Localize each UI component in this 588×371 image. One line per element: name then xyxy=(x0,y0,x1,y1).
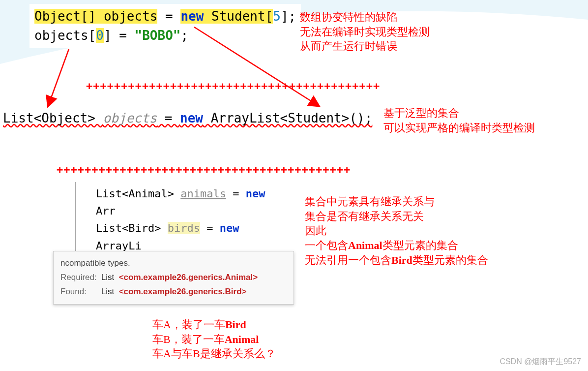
tooltip-label: Required: xyxy=(60,271,99,285)
note-line: 可以实现严格的编译时类型检测 xyxy=(383,121,535,135)
number-literal: 5 xyxy=(273,9,281,24)
variable-name: animals xyxy=(180,187,226,200)
note-line: 数组协变特性的缺陷 xyxy=(300,10,430,25)
tooltip-package: <com.example26.generics.Animal> xyxy=(119,273,258,282)
code-text: ] = xyxy=(104,28,135,43)
code-text: Object[] xyxy=(34,9,104,24)
code-text: ArrayList<Student>(); xyxy=(203,111,372,125)
code-line: Object[] objects = new Student[5]; xyxy=(34,7,296,26)
note-line: 集合是否有继承关系无关 xyxy=(305,209,488,224)
note-line: 因此 xyxy=(305,223,488,238)
code-text: List<Object> xyxy=(3,111,103,125)
rhetorical-question: 车A，装了一车Bird 车B，装了一车Animal 车A与车B是继承关系么？ xyxy=(152,317,276,361)
string-literal: "BOBO" xyxy=(135,28,181,43)
code-text: ]; xyxy=(281,9,296,24)
question-line: 车A，装了一车Bird xyxy=(152,317,276,332)
note-line: 无法引用一个包含Bird类型元素的集合 xyxy=(305,253,488,268)
code-text: [ xyxy=(88,28,96,43)
code-text: = xyxy=(157,111,180,125)
code-text: List<Bird> xyxy=(96,222,168,234)
question-line: 车B，装了一车Animal xyxy=(152,332,276,347)
code-line: List<Animal> animals = new Arr xyxy=(96,185,289,219)
note-line: 集合中元素具有继承关系与 xyxy=(305,194,488,209)
svg-line-0 xyxy=(48,49,69,106)
tooltip-type: List xyxy=(101,287,114,296)
code-text: Student[ xyxy=(204,9,273,24)
tooltip-label: Found: xyxy=(60,285,99,299)
divider: ++++++++++++++++++++++++++++++++++++++++… xyxy=(57,163,351,176)
code-text: List<Animal> xyxy=(96,187,180,200)
annotation-inheritance: 集合中元素具有继承关系与 集合是否有继承关系无关 因此 一个包含Animal类型… xyxy=(305,194,488,267)
tooltip-required-row: Required: List <com.example26.generics.A… xyxy=(60,271,287,285)
watermark: CSDN @烟雨平生9527 xyxy=(500,357,581,367)
tooltip-title: ncompatible types. xyxy=(60,256,287,271)
tooltip-found-row: Found: List <com.example26.generics.Bird… xyxy=(60,285,287,299)
keyword-new: new xyxy=(246,187,265,200)
keyword-new: new xyxy=(180,111,203,125)
code-block-array-covariance: Object[] objects = new Student[5]; objec… xyxy=(29,4,301,48)
code-block-generic-list: List<Object> objects = new ArrayList<Stu… xyxy=(3,111,372,125)
code-line: List<Bird> birds = new ArrayLi xyxy=(96,219,289,254)
note-line: 基于泛型的集合 xyxy=(383,106,535,121)
annotation-generic-benefit: 基于泛型的集合 可以实现严格的编译时类型检测 xyxy=(383,106,535,135)
code-line: objects[0] = "BOBO"; xyxy=(34,26,296,45)
divider: ++++++++++++++++++++++++++++++++++++++++… xyxy=(86,80,380,92)
note-line: 从而产生运行时错误 xyxy=(300,39,430,54)
variable-name: birds xyxy=(168,222,200,234)
question-line: 车A与车B是继承关系么？ xyxy=(152,346,276,361)
tooltip-type: List xyxy=(101,273,114,282)
variable-name: objects xyxy=(104,9,158,24)
annotation-array-flaw: 数组协变特性的缺陷 无法在编译时实现类型检测 从而产生运行时错误 xyxy=(300,10,430,54)
keyword-new: new xyxy=(180,9,204,24)
code-text: ArrayLi xyxy=(96,240,142,252)
note-line: 无法在编译时实现类型检测 xyxy=(300,25,430,39)
variable-name: objects xyxy=(103,111,157,125)
keyword-new: new xyxy=(220,222,239,234)
number-literal: 0 xyxy=(96,28,104,43)
code-text: = xyxy=(226,187,246,200)
code-text: = xyxy=(157,9,180,24)
code-text: ; xyxy=(180,28,188,43)
code-text: = xyxy=(200,222,220,234)
tooltip-package: <com.example26.generics.Bird> xyxy=(119,287,247,296)
note-line: 一个包含Animal类型元素的集合 xyxy=(305,238,488,253)
error-tooltip: ncompatible types. Required: List <com.e… xyxy=(53,251,294,305)
variable-name: objects xyxy=(34,28,88,43)
code-text: Arr xyxy=(96,205,116,217)
